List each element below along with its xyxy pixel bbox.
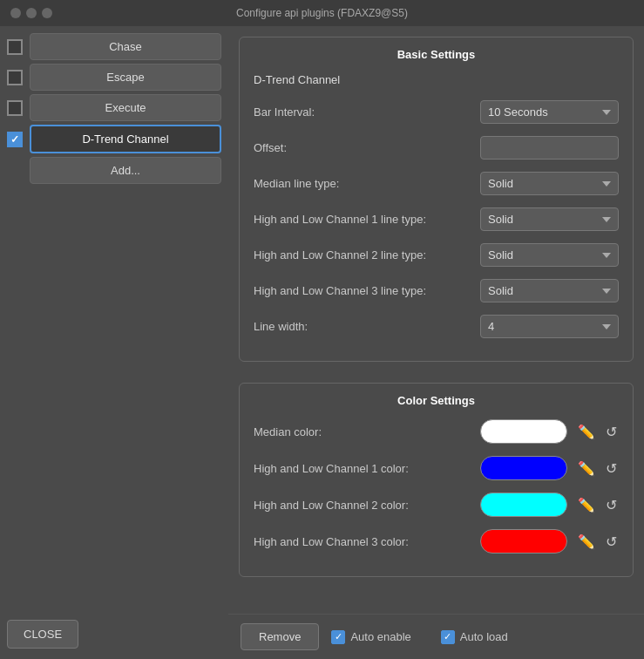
hl3-color-label: High and Low Channel 3 color: [254,535,480,548]
hl2-color-label: High and Low Channel 2 color: [254,499,480,512]
hl1-color-swatch[interactable] [480,456,567,480]
hl3-line-control: Solid Dashed Dotted [480,279,619,302]
line-width-select[interactable]: 1 2 3 4 5 [480,315,619,338]
median-line-label: Median line type: [254,177,480,190]
checkbox-execute[interactable] [7,100,23,116]
plugin-btn-execute[interactable]: Execute [30,94,221,121]
plugin-item-chase: Chase [7,33,221,60]
checkbox-chase[interactable] [7,39,23,55]
minimize-dot [26,8,37,18]
close-dot [10,8,21,18]
hl2-color-reset-icon[interactable]: ↺ [604,495,619,515]
plugin-item-execute: Execute [7,94,221,121]
plugin-item-dtrend: D-Trend Channel [7,125,221,153]
hl2-color-actions: ✏️ ↺ [576,495,619,515]
remove-button[interactable]: Remove [241,623,319,650]
hl2-line-control: Solid Dashed Dotted [480,243,619,267]
checkbox-escape[interactable] [7,70,23,85]
field-row-hl1-line: High and Low Channel 1 line type: Solid … [254,207,619,231]
median-color-actions: ✏️ ↺ [576,422,619,442]
maximize-dot [42,8,52,18]
field-row-line-width: Line width: 1 2 3 4 5 [254,315,619,338]
median-color-reset-icon[interactable]: ↺ [604,422,619,442]
median-color-picker-icon[interactable]: ✏️ [576,422,597,442]
median-line-control: Solid Dashed Dotted [480,172,619,195]
checkbox-dtrend[interactable] [7,132,23,147]
add-button[interactable]: Add... [30,157,221,184]
median-color-label: Median color: [254,425,480,438]
hl1-color-reset-icon[interactable]: ↺ [604,459,619,479]
color-row-hl3: High and Low Channel 3 color: ✏️ ↺ [254,529,619,554]
color-row-median: Median color: ✏️ ↺ [254,419,619,444]
plugin-btn-escape[interactable]: Escape [30,64,221,91]
window-title: Configure api plugins (FDAXZ9@S5) [236,7,408,19]
hl3-line-label: High and Low Channel 3 line type: [254,284,480,297]
bar-interval-control: 1 Second 5 Seconds 10 Seconds 30 Seconds… [480,100,619,124]
right-panel: Basic Settings D-Trend Channel Bar Inter… [228,26,644,659]
line-width-label: Line width: [254,320,480,333]
basic-settings-box: Basic Settings D-Trend Channel Bar Inter… [239,37,634,362]
bar-interval-label: Bar Interval: [254,105,480,119]
color-settings-box: Color Settings Median color: ✏️ ↺ High a… [239,383,634,577]
plugin-name-label: D-Trend Channel [254,73,619,86]
hl1-line-control: Solid Dashed Dotted [480,207,619,231]
hl1-line-label: High and Low Channel 1 line type: [254,213,480,226]
basic-settings-title: Basic Settings [254,48,619,61]
hl1-color-actions: ✏️ ↺ [576,459,619,479]
offset-control: 20.0 [480,136,619,160]
field-row-median-line: Median line type: Solid Dashed Dotted [254,172,619,195]
bottom-bar: Remove Auto enable Auto load [228,614,644,659]
hl3-line-select[interactable]: Solid Dashed Dotted [480,279,619,302]
left-bottom: CLOSE [7,613,221,652]
field-row-hl3-line: High and Low Channel 3 line type: Solid … [254,279,619,302]
hl3-color-actions: ✏️ ↺ [576,532,619,552]
field-row-hl2-line: High and Low Channel 2 line type: Solid … [254,243,619,267]
hl3-color-picker-icon[interactable]: ✏️ [576,532,597,552]
hl3-color-swatch[interactable] [480,529,567,554]
plugin-item-escape: Escape [7,64,221,91]
median-color-swatch[interactable] [480,419,567,444]
hl2-line-select[interactable]: Solid Dashed Dotted [480,243,619,267]
left-panel: Chase Escape Execute D-Trend Channel Add… [0,26,228,659]
color-row-hl2: High and Low Channel 2 color: ✏️ ↺ [254,493,619,517]
auto-load-label[interactable]: Auto load [441,630,508,644]
auto-enable-label[interactable]: Auto enable [331,630,410,644]
offset-input[interactable]: 20.0 [480,136,619,160]
field-row-bar-interval: Bar Interval: 1 Second 5 Seconds 10 Seco… [254,100,619,124]
hl3-color-reset-icon[interactable]: ↺ [604,532,619,552]
color-row-hl1: High and Low Channel 1 color: ✏️ ↺ [254,456,619,480]
hl2-line-label: High and Low Channel 2 line type: [254,248,480,262]
hl2-color-picker-icon[interactable]: ✏️ [576,495,597,515]
field-row-offset: Offset: 20.0 [254,136,619,160]
close-button[interactable]: CLOSE [7,620,78,649]
median-line-select[interactable]: Solid Dashed Dotted [480,172,619,195]
hl1-color-label: High and Low Channel 1 color: [254,462,480,475]
plugin-btn-chase[interactable]: Chase [30,33,221,60]
color-settings-title: Color Settings [254,394,619,407]
auto-enable-checkbox[interactable] [331,630,345,644]
offset-label: Offset: [254,141,480,154]
auto-load-checkbox[interactable] [441,630,455,644]
plugin-btn-dtrend[interactable]: D-Trend Channel [30,125,221,153]
bar-interval-select[interactable]: 1 Second 5 Seconds 10 Seconds 30 Seconds… [480,100,619,124]
line-width-control: 1 2 3 4 5 [480,315,619,338]
title-bar: Configure api plugins (FDAXZ9@S5) [0,0,644,26]
hl1-color-picker-icon[interactable]: ✏️ [576,459,597,479]
hl1-line-select[interactable]: Solid Dashed Dotted [480,207,619,231]
window-controls [10,8,52,18]
main-layout: Chase Escape Execute D-Trend Channel Add… [0,26,644,659]
hl2-color-swatch[interactable] [480,493,567,517]
